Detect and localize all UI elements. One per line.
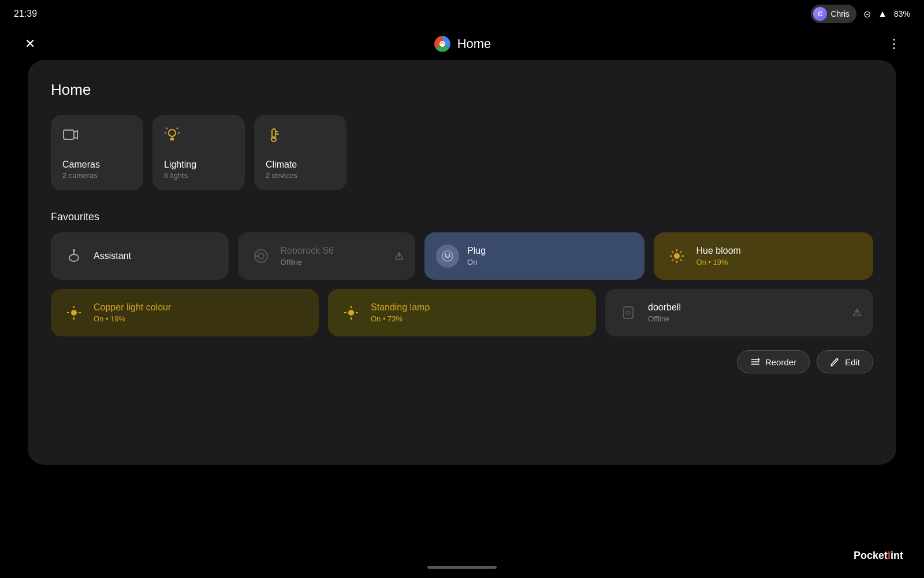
favourites-title: Favourites [51, 211, 873, 223]
svg-line-32 [680, 251, 681, 253]
app-title-container: Home [433, 35, 491, 53]
status-time: 21:39 [14, 9, 37, 19]
assistant-icon [62, 244, 85, 268]
doorbell-icon [617, 301, 640, 324]
svg-point-25 [674, 253, 680, 259]
svg-point-45 [627, 311, 630, 314]
svg-line-33 [672, 260, 673, 261]
bottom-handle [427, 566, 497, 569]
plug-status: On [467, 258, 632, 266]
svg-line-11 [177, 128, 178, 129]
plug-icon [436, 244, 459, 268]
copper-status: On • 19% [94, 314, 307, 323]
cameras-label: Cameras [62, 160, 132, 170]
do-not-disturb-icon: ⊝ [863, 9, 871, 20]
category-tile-lighting[interactable]: Lighting 6 lights [152, 115, 245, 190]
svg-marker-3 [74, 131, 77, 139]
svg-point-18 [73, 249, 75, 251]
assistant-text: Assistant [94, 251, 217, 261]
assistant-name: Assistant [94, 251, 217, 261]
svg-rect-44 [624, 307, 633, 318]
roborock-warning-icon: ⚠ [394, 250, 404, 262]
reorder-label: Reorder [765, 357, 796, 367]
copper-name: Copper light colour [94, 302, 307, 313]
favourite-card-hue-bloom[interactable]: Hue bloom On • 19% [654, 232, 873, 280]
standing-lamp-name: Standing lamp [371, 302, 584, 313]
category-tile-cameras[interactable]: Cameras 2 cameras [51, 115, 143, 190]
roborock-icon [249, 244, 273, 268]
doorbell-text: doorbell Offline [648, 302, 844, 323]
hue-bloom-icon [665, 244, 688, 268]
bottom-actions: Reorder Edit [51, 350, 873, 373]
favourites-row-2: Copper light colour On • 19% Standing la… [51, 289, 873, 336]
favourite-card-copper[interactable]: Copper light colour On • 19% [51, 289, 319, 336]
cameras-sub: 2 cameras [62, 171, 132, 180]
lighting-icon [164, 127, 233, 147]
wifi-icon: ▲ [878, 9, 887, 19]
reorder-icon [750, 357, 761, 367]
top-bar: ✕ Home ⋮ [0, 28, 924, 60]
close-button[interactable]: ✕ [18, 32, 42, 55]
doorbell-warning-icon: ⚠ [852, 306, 862, 319]
favourite-card-roborock[interactable]: Roborock S6 Offline ⚠ [238, 232, 416, 280]
copper-icon [62, 301, 85, 324]
watermark: Pocketlint [854, 550, 903, 562]
svg-line-30 [672, 251, 673, 253]
category-tile-climate[interactable]: Climate 2 devices [254, 115, 346, 190]
climate-sub: 2 devices [266, 171, 335, 180]
hue-bloom-name: Hue bloom [696, 246, 862, 256]
status-right: C Chris ⊝ ▲ 83% [811, 5, 910, 23]
standing-lamp-status: On • 73% [371, 314, 584, 323]
roborock-status: Offline [281, 258, 387, 266]
doorbell-name: doorbell [648, 302, 844, 313]
climate-label: Climate [266, 160, 335, 170]
user-name: Chris [830, 9, 850, 18]
svg-point-16 [69, 254, 79, 261]
roborock-text: Roborock S6 Offline [281, 246, 387, 266]
favourites-row-1: Assistant Roborock S6 Offline ⚠ [51, 232, 873, 280]
category-row: Cameras 2 cameras Lighting [51, 115, 873, 190]
svg-point-20 [258, 253, 264, 259]
user-avatar: C [813, 7, 827, 21]
google-home-logo [433, 35, 452, 53]
copper-text: Copper light colour On • 19% [94, 302, 307, 323]
hue-bloom-status: On • 19% [696, 258, 862, 266]
home-section-title: Home [51, 81, 873, 99]
svg-point-39 [348, 310, 354, 316]
edit-icon [830, 357, 840, 367]
favourite-card-standing-lamp[interactable]: Standing lamp On • 73% [328, 289, 596, 336]
standing-lamp-icon [340, 301, 363, 324]
climate-icon [266, 127, 335, 147]
doorbell-status: Offline [648, 314, 844, 323]
roborock-name: Roborock S6 [281, 246, 387, 256]
edit-label: Edit [845, 357, 860, 367]
plug-name: Plug [467, 246, 632, 256]
svg-line-31 [680, 260, 681, 261]
edit-button[interactable]: Edit [817, 350, 873, 373]
svg-point-22 [442, 251, 453, 261]
svg-rect-2 [64, 130, 74, 139]
main-card: Home Cameras 2 cameras [28, 60, 896, 465]
user-pill[interactable]: C Chris [811, 5, 856, 23]
more-options-button[interactable]: ⋮ [882, 32, 906, 55]
svg-point-34 [71, 310, 77, 316]
favourite-card-doorbell[interactable]: doorbell Offline ⚠ [605, 289, 873, 336]
favourite-card-plug[interactable]: Plug On [424, 232, 644, 280]
status-bar: 21:39 C Chris ⊝ ▲ 83% [0, 0, 924, 28]
battery-indicator: 83% [894, 9, 910, 18]
app-title: Home [457, 36, 491, 51]
standing-lamp-text: Standing lamp On • 73% [371, 302, 584, 323]
reorder-button[interactable]: Reorder [737, 350, 810, 373]
camera-icon [62, 127, 132, 147]
svg-point-4 [169, 129, 176, 136]
svg-line-10 [166, 128, 167, 129]
favourite-card-assistant[interactable]: Assistant [51, 232, 229, 280]
lighting-sub: 6 lights [164, 171, 233, 180]
plug-text: Plug On [467, 246, 632, 266]
lighting-label: Lighting [164, 160, 233, 170]
hue-bloom-text: Hue bloom On • 19% [696, 246, 862, 266]
